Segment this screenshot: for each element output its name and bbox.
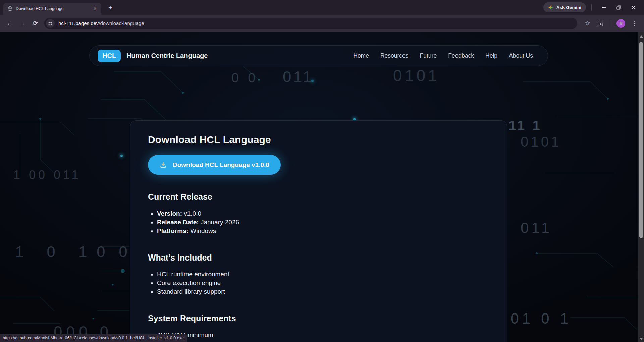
page-viewport: 0 0011010111 101011 00 0110111 0 10 001 …	[0, 32, 644, 342]
section-heading: Current Release	[148, 192, 489, 202]
section-heading: What’s Included	[148, 253, 489, 263]
glow-dot	[120, 155, 123, 157]
site-info-icon[interactable]	[46, 19, 55, 28]
brand-title: Human Centric Language	[126, 52, 208, 60]
background-binary-digit: 0101	[393, 68, 440, 84]
new-tab-button[interactable]: +	[106, 3, 115, 12]
ask-gemini-button[interactable]: Ask Gemini	[543, 2, 586, 12]
download-button-label: Download HCL Language v1.0.0	[173, 161, 269, 169]
reload-icon[interactable]: ⟳	[30, 18, 41, 29]
minimize-button[interactable]	[596, 2, 611, 13]
background-binary-digit: 1 00 011	[13, 169, 81, 181]
address-bar[interactable]: hcl-111.pages.dev/download-language	[44, 18, 577, 29]
nav-link-about-us[interactable]: About Us	[509, 52, 533, 59]
list-item: HCL runtime environment	[157, 270, 489, 279]
card-sections: Current ReleaseVersion: v1.0.0Release Da…	[148, 192, 489, 339]
glow-dot	[353, 118, 356, 120]
globe-favicon	[7, 6, 13, 11]
toolbar-divider	[610, 20, 610, 27]
site-navbar: HCL Human Centric Language HomeResources…	[89, 45, 548, 66]
download-button[interactable]: Download HCL Language v1.0.0	[148, 155, 281, 175]
download-icon	[159, 161, 167, 169]
section-list: 4GB RAM minimum	[148, 331, 489, 339]
background-binary-digit: 11 1	[508, 119, 542, 132]
download-card: Download HCL Language Download HCL Langu…	[130, 120, 507, 342]
background-binary-digit: 011	[283, 69, 313, 84]
list-item: 4GB RAM minimum	[157, 331, 489, 339]
nav-link-help[interactable]: Help	[485, 52, 497, 59]
profile-avatar[interactable]: H	[616, 19, 625, 28]
background-binary-digit: 0 0	[231, 71, 258, 84]
list-item: Platforms: Windows	[157, 227, 489, 235]
list-item: Release Date: January 2026	[157, 218, 489, 227]
bookmark-star-icon[interactable]: ☆	[582, 18, 593, 29]
close-button[interactable]	[626, 2, 641, 13]
tab-title: Download HCL Language	[16, 6, 89, 11]
list-item: Version: v1.0.0	[157, 209, 489, 218]
gemini-sparkle-icon	[548, 5, 554, 10]
nav-link-feedback[interactable]: Feedback	[448, 52, 474, 59]
status-bar-link: https://github.com/ManishMhatre-06/HCL/r…	[0, 334, 187, 342]
titlebar-divider	[591, 4, 592, 10]
scrollbar-up-arrow[interactable]	[640, 35, 643, 38]
ask-gemini-label: Ask Gemini	[556, 5, 581, 10]
nav-link-resources[interactable]: Resources	[380, 52, 409, 59]
back-icon[interactable]: ←	[4, 18, 15, 29]
section-heading: System Requirements	[148, 314, 489, 323]
background-binary-digit: 011	[521, 221, 552, 235]
nav-link-future[interactable]: Future	[420, 52, 437, 59]
browser-toolbar: ← → ⟳ hcl-111.pages.dev/download-languag…	[0, 15, 644, 32]
browser-titlebar: Download HCL Language ✕ + Ask Gemini	[0, 0, 644, 15]
url-text: hcl-111.pages.dev/download-language	[58, 20, 144, 26]
list-item: Standard library support	[157, 287, 489, 296]
side-search-icon[interactable]	[595, 18, 606, 29]
tab-close-icon[interactable]: ✕	[92, 6, 98, 12]
section-list: HCL runtime environmentCore execution en…	[148, 270, 489, 296]
section-list: Version: v1.0.0Release Date: January 202…	[148, 209, 489, 235]
url-path: /download-language	[99, 20, 144, 26]
url-domain: hcl-111.pages.dev	[58, 20, 99, 26]
hcl-logo-badge[interactable]: HCL	[98, 50, 121, 62]
forward-icon[interactable]: →	[17, 18, 28, 29]
background-binary-digit: 0 0	[97, 244, 132, 260]
glow-dot	[311, 80, 314, 82]
background-binary-digit: 1 0 1	[15, 244, 96, 260]
scrollbar-thumb[interactable]	[639, 42, 643, 238]
nav-link-home[interactable]: Home	[353, 52, 369, 59]
restore-button[interactable]	[611, 2, 626, 13]
background-binary-digit: 0101	[521, 135, 561, 149]
scrollbar-down-arrow[interactable]	[640, 338, 643, 340]
background-binary-digit: 01 0 1	[511, 311, 572, 326]
list-item: Core execution engine	[157, 279, 489, 287]
page-title: Download HCL Language	[148, 134, 489, 146]
page-scrollbar[interactable]	[638, 32, 644, 342]
browser-tab[interactable]: Download HCL Language ✕	[3, 3, 101, 15]
nav-links: HomeResourcesFutureFeedbackHelpAbout Us	[353, 52, 533, 59]
menu-dots-icon[interactable]: ⋮	[629, 18, 640, 29]
